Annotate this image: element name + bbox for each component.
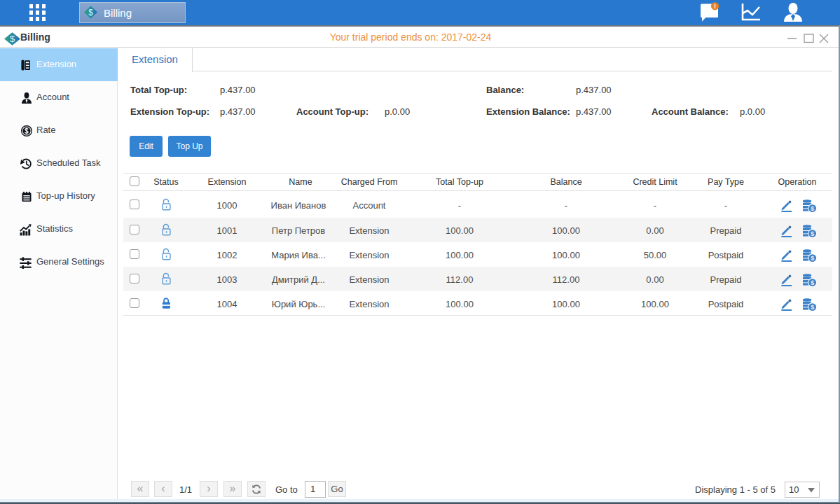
svg-text:$: $ xyxy=(811,230,815,237)
svg-text:$: $ xyxy=(811,204,815,212)
svg-text:$: $ xyxy=(88,8,93,18)
svg-text:$: $ xyxy=(811,254,815,262)
svg-text:$: $ xyxy=(811,279,815,286)
svg-text:!: ! xyxy=(714,3,716,10)
svg-text:$: $ xyxy=(811,303,815,311)
